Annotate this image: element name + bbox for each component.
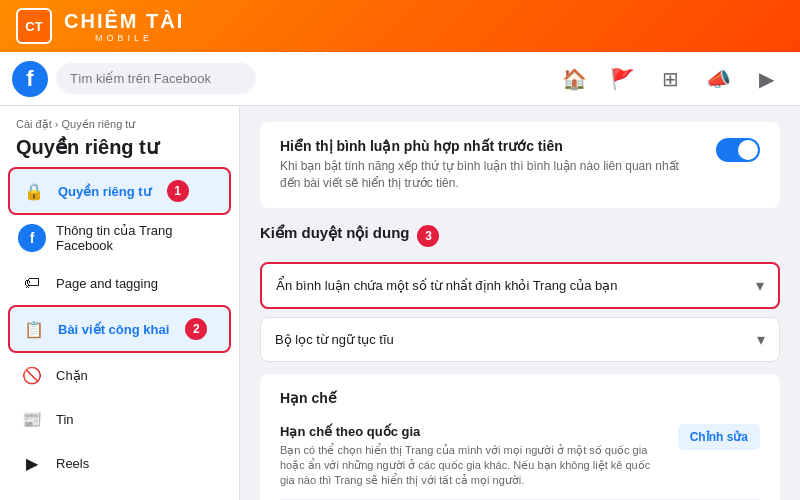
chevron-down-icon: ▾ — [756, 276, 764, 295]
brand-text: CHIÊM TÀI MOBILE — [64, 10, 184, 43]
post-icon: 📋 — [20, 315, 48, 343]
sidebar-item-label: Page and tagging — [56, 276, 158, 291]
sidebar-item-label: Tin — [56, 412, 74, 427]
restrict-section: Hạn chế Hạn chế theo quốc gia Bạn có thể… — [260, 374, 780, 500]
sidebar-item-label: Quyền riêng tư — [58, 184, 151, 199]
breadcrumb: Cài đặt › Quyền riêng tư — [8, 118, 231, 135]
tag-icon: 🏷 — [18, 269, 46, 297]
facebook-circle-icon: f — [18, 224, 46, 252]
sidebar-item-thong-tin-trang[interactable]: f Thông tin của Trang Facebook — [8, 215, 231, 261]
brand-name: CHIÊM TÀI — [64, 10, 184, 33]
sidebar-title: Quyền riêng tư — [8, 135, 231, 167]
sidebar-item-label: Thông tin của Trang Facebook — [56, 223, 221, 253]
toggle-title: Hiển thị bình luận phù hợp nhất trước ti… — [280, 138, 700, 154]
edit-button-quoc-gia[interactable]: Chỉnh sửa — [678, 424, 760, 450]
moderation-section: Kiểm duyệt nội dung 3 Ẩn bình luận chứa … — [260, 220, 780, 362]
dropdown2-text: Bộ lọc từ ngữ tục tĩu — [275, 332, 394, 347]
sidebar-item-page-tagging[interactable]: 🏷 Page and tagging — [8, 261, 231, 305]
home-icon[interactable]: 🏠 — [552, 57, 596, 101]
dropdown-tuc-tiu[interactable]: Bộ lọc từ ngữ tục tĩu ▾ — [260, 317, 780, 362]
top-banner: CT CHIÊM TÀI MOBILE — [0, 0, 800, 52]
restrict-item-quoc-gia: Hạn chế theo quốc gia Bạn có thể chọn hi… — [280, 414, 760, 500]
sidebar-item-tin[interactable]: 📰 Tin — [8, 397, 231, 441]
restrict-title: Hạn chế — [280, 390, 760, 406]
toggle-text: Hiển thị bình luận phù hợp nhất trước ti… — [280, 138, 700, 192]
chevron-down-icon2: ▾ — [757, 330, 765, 349]
moderation-title: Kiểm duyệt nội dung — [260, 224, 409, 242]
fb-logo-icon: f — [12, 61, 48, 97]
sidebar: Cài đặt › Quyền riêng tư Quyền riêng tư … — [0, 106, 240, 500]
sidebar-item-label: Reels — [56, 456, 89, 471]
block-icon: 🚫 — [18, 361, 46, 389]
main-layout: Cài đặt › Quyền riêng tư Quyền riêng tư … — [0, 106, 800, 500]
content-area: Hiển thị bình luận phù hợp nhất trước ti… — [240, 106, 800, 500]
lock-icon: 🔒 — [20, 177, 48, 205]
badge-1: 1 — [167, 180, 189, 202]
flag-icon[interactable]: 🚩 — [600, 57, 644, 101]
restrict-item-text: Hạn chế theo quốc gia Bạn có thể chọn hi… — [280, 424, 666, 489]
grid-icon[interactable]: ⊞ — [648, 57, 692, 101]
sidebar-item-label: Bài viết công khai — [58, 322, 169, 337]
fb-navbar: f 🏠 🚩 ⊞ 📣 ▶ — [0, 52, 800, 106]
search-input[interactable] — [56, 63, 256, 94]
badge-3: 3 — [417, 225, 439, 247]
toggle-card: Hiển thị bình luận phù hợp nhất trước ti… — [260, 122, 780, 208]
brand-sub: MOBILE — [64, 33, 184, 43]
sidebar-item-chan[interactable]: 🚫 Chặn — [8, 353, 231, 397]
toggle-row: Hiển thị bình luận phù hợp nhất trước ti… — [280, 138, 760, 192]
sidebar-item-label: Chặn — [56, 368, 88, 383]
ct-logo: CT — [16, 8, 52, 44]
toggle-desc: Khi bạn bật tính năng xếp thứ tự bình lu… — [280, 158, 700, 192]
megaphone-icon[interactable]: 📣 — [696, 57, 740, 101]
news-icon: 📰 — [18, 405, 46, 433]
reels-icon: ▶ — [18, 449, 46, 477]
dropdown-ẩn-bình-luận[interactable]: Ẩn bình luận chứa một số từ nhất định kh… — [260, 262, 780, 309]
video-icon[interactable]: ▶ — [744, 57, 788, 101]
restrict-item-desc: Bạn có thể chọn hiển thị Trang của mình … — [280, 443, 666, 489]
badge-2: 2 — [185, 318, 207, 340]
restrict-item-title: Hạn chế theo quốc gia — [280, 424, 666, 439]
nav-icons: 🏠 🚩 ⊞ 📣 ▶ — [552, 57, 788, 101]
toggle-switch[interactable] — [716, 138, 760, 162]
sidebar-item-quyen-rieng-tu[interactable]: 🔒 Quyền riêng tư 1 — [8, 167, 231, 215]
dropdown1-text: Ẩn bình luận chứa một số từ nhất định kh… — [276, 278, 618, 293]
sidebar-item-reels[interactable]: ▶ Reels — [8, 441, 231, 485]
sidebar-item-bai-viet-cong-khai[interactable]: 📋 Bài viết công khai 2 — [8, 305, 231, 353]
